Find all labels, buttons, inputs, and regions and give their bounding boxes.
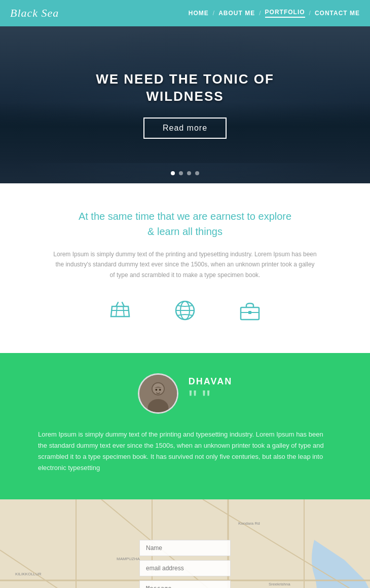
about-section: At the same time that we are earnest to …	[0, 183, 370, 353]
nav-sep-2: /	[259, 10, 261, 17]
dot-1[interactable]	[171, 171, 175, 175]
nav-about[interactable]: ABOUT ME	[218, 10, 255, 17]
globe-icon	[173, 298, 197, 323]
dot-2[interactable]	[179, 171, 183, 175]
contact-name-input[interactable]	[139, 540, 231, 556]
globe-icon-item	[173, 298, 197, 323]
nav: HOME / ABOUT ME / PORTFOLIO / CONTACT ME	[189, 9, 360, 18]
svg-text:KILIKKOLLUR: KILIKKOLLUR	[15, 572, 42, 576]
svg-text:Sreekrishna: Sreekrishna	[269, 582, 290, 586]
quote-marks: " "	[189, 387, 232, 411]
map-section: KILIKKOLLUR MAMPUZHA KARICODE MANGAD Kon…	[0, 499, 370, 588]
svg-rect-8	[248, 311, 251, 314]
briefcase-icon-item	[238, 298, 262, 323]
logo: Black Sea	[10, 7, 59, 20]
testimonial-section: DHAVAN " " Lorem Ipsum is simply dummy t…	[0, 353, 370, 499]
about-headline: At the same time that we are earnest to …	[41, 209, 329, 239]
testimonial-text: Lorem Ipsum is simply dummy text of the …	[38, 429, 332, 474]
icons-row	[41, 298, 329, 333]
testimonial-info: DHAVAN " "	[189, 376, 232, 411]
contact-message-input[interactable]	[139, 580, 231, 588]
hero-title: WE NEED THE TONIC OF WILDNESS	[96, 71, 274, 105]
nav-contact[interactable]: CONTACT ME	[315, 10, 360, 17]
dot-3[interactable]	[187, 171, 191, 175]
briefcase-icon	[238, 298, 262, 323]
avatar-image	[139, 375, 177, 412]
nav-portfolio[interactable]: PORTFOLIO	[265, 9, 305, 18]
dot-4[interactable]	[195, 171, 199, 175]
contact-email-input[interactable]	[139, 560, 231, 576]
nav-home[interactable]: HOME	[189, 10, 209, 17]
nav-sep-3: /	[309, 10, 311, 17]
contact-overlay: ✓	[134, 540, 236, 588]
hero-dots	[0, 171, 370, 175]
hero-content: WE NEED THE TONIC OF WILDNESS Read more	[96, 71, 274, 139]
svg-text:Kondara Rd: Kondara Rd	[238, 521, 260, 526]
nav-sep-1: /	[213, 10, 214, 17]
svg-line-2	[123, 306, 124, 317]
read-more-button[interactable]: Read more	[143, 117, 227, 139]
svg-point-13	[155, 389, 157, 391]
basket-icon	[108, 298, 132, 323]
testimonial-header: DHAVAN " "	[30, 373, 340, 414]
svg-line-1	[116, 306, 117, 317]
svg-point-14	[159, 389, 161, 391]
about-body: Lorem Ipsum is simply dummy text of the …	[53, 249, 317, 280]
basket-icon-item	[108, 298, 132, 323]
map-container: KILIKKOLLUR MAMPUZHA KARICODE MANGAD Kon…	[0, 499, 370, 588]
header: Black Sea HOME / ABOUT ME / PORTFOLIO / …	[0, 0, 370, 26]
hero-section: WE NEED THE TONIC OF WILDNESS Read more	[0, 26, 370, 183]
avatar	[138, 373, 178, 414]
svg-point-12	[153, 383, 164, 395]
